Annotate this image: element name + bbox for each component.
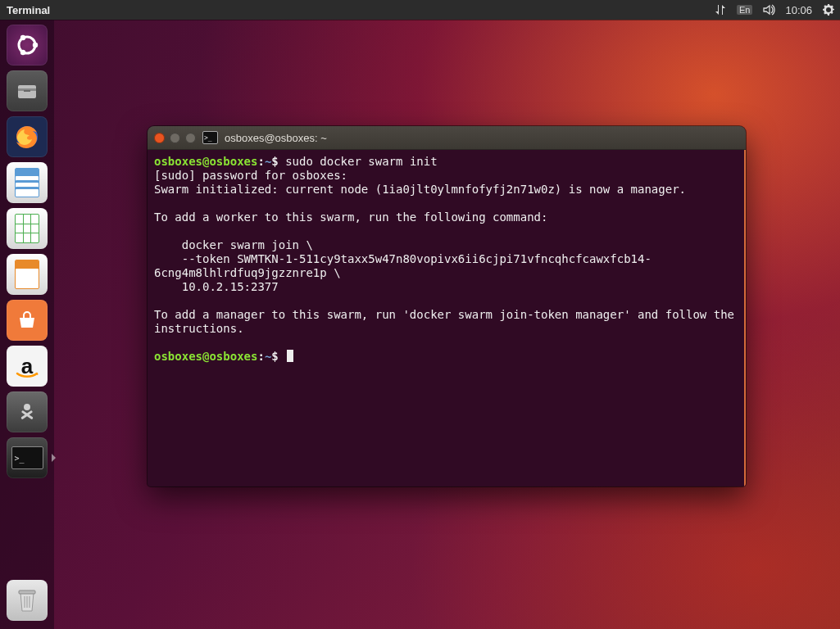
launcher-terminal[interactable]: >_ bbox=[7, 437, 48, 478]
svg-point-1 bbox=[33, 43, 38, 48]
launcher-amazon[interactable]: a bbox=[7, 346, 48, 387]
svg-rect-6 bbox=[24, 90, 30, 92]
svg-point-3 bbox=[20, 50, 25, 55]
gear-icon[interactable] bbox=[822, 3, 835, 16]
launcher-firefox[interactable] bbox=[7, 116, 48, 157]
system-tray: En 10:06 bbox=[714, 3, 835, 16]
terminal-titlebar[interactable]: >_ osboxes@osboxes: ~ bbox=[148, 126, 746, 150]
launcher-libreoffice-impress[interactable] bbox=[7, 254, 48, 295]
terminal-title: osboxes@osboxes: ~ bbox=[225, 132, 327, 144]
active-app-label: Terminal bbox=[7, 4, 50, 16]
svg-rect-10 bbox=[19, 591, 35, 594]
launcher-files[interactable] bbox=[7, 70, 48, 111]
launcher-system-settings[interactable] bbox=[7, 391, 48, 432]
clock[interactable]: 10:06 bbox=[785, 4, 812, 16]
svg-point-2 bbox=[20, 35, 25, 40]
launcher-ubuntu-software[interactable] bbox=[7, 300, 48, 341]
terminal-window[interactable]: >_ osboxes@osboxes: ~ osboxes@osboxes:~$… bbox=[148, 126, 746, 486]
window-maximize-button[interactable] bbox=[185, 133, 196, 143]
terminal-cursor bbox=[287, 350, 293, 362]
input-language-indicator[interactable]: En bbox=[737, 5, 752, 15]
terminal-output[interactable]: osboxes@osboxes:~$ sudo docker swarm ini… bbox=[148, 150, 746, 486]
window-close-button[interactable] bbox=[154, 133, 165, 143]
terminal-icon: >_ bbox=[11, 446, 43, 469]
terminal-icon: >_ bbox=[202, 131, 218, 144]
launcher-ubuntu-dash[interactable] bbox=[7, 25, 48, 66]
top-panel: Terminal En 10:06 bbox=[0, 0, 840, 20]
sound-icon[interactable] bbox=[762, 3, 775, 16]
launcher-libreoffice-calc[interactable] bbox=[7, 208, 48, 249]
network-icon[interactable] bbox=[714, 3, 727, 16]
window-minimize-button[interactable] bbox=[170, 133, 180, 143]
unity-launcher: a >_ bbox=[0, 20, 54, 629]
desktop: Terminal En 10:06 bbox=[0, 0, 840, 629]
launcher-libreoffice-writer[interactable] bbox=[7, 162, 48, 203]
launcher-trash[interactable] bbox=[7, 580, 48, 621]
